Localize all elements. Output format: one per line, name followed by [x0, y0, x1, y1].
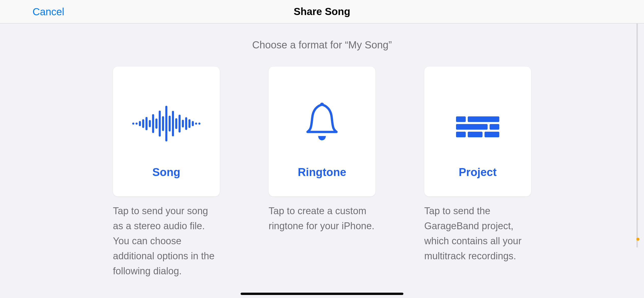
song-description: Tap to send your song as a stereo audio …: [113, 204, 220, 278]
content-area: Choose a format for “My Song”: [0, 23, 644, 278]
navigation-bar: Cancel Share Song: [0, 0, 644, 23]
option-ringtone: Ringtone Tap to create a custom ringtone…: [269, 66, 375, 278]
recording-indicator-dot: [636, 238, 639, 241]
ringtone-description: Tap to create a custom ringtone for your…: [269, 204, 375, 234]
option-song: Song Tap to send your song as a stereo a…: [113, 66, 220, 278]
ringtone-card[interactable]: Ringtone: [269, 66, 375, 196]
bell-icon: [303, 101, 341, 143]
project-label: Project: [459, 166, 496, 179]
home-indicator[interactable]: [241, 293, 403, 295]
options-row: Song Tap to send your song as a stereo a…: [0, 66, 644, 278]
option-project: Project Tap to send the GarageBand proje…: [424, 66, 531, 278]
ringtone-label: Ringtone: [298, 166, 346, 179]
cancel-button[interactable]: Cancel: [33, 6, 64, 17]
song-card[interactable]: Song: [113, 66, 220, 196]
song-label: Song: [152, 166, 180, 179]
waveform-icon: [132, 106, 200, 141]
page-title: Share Song: [294, 6, 350, 17]
bricks-icon: [456, 116, 499, 137]
scroll-indicator: [636, 23, 638, 248]
project-card[interactable]: Project: [424, 66, 531, 196]
subtitle-text: Choose a format for “My Song”: [0, 39, 644, 51]
project-description: Tap to send the GarageBand project, whic…: [424, 204, 531, 264]
